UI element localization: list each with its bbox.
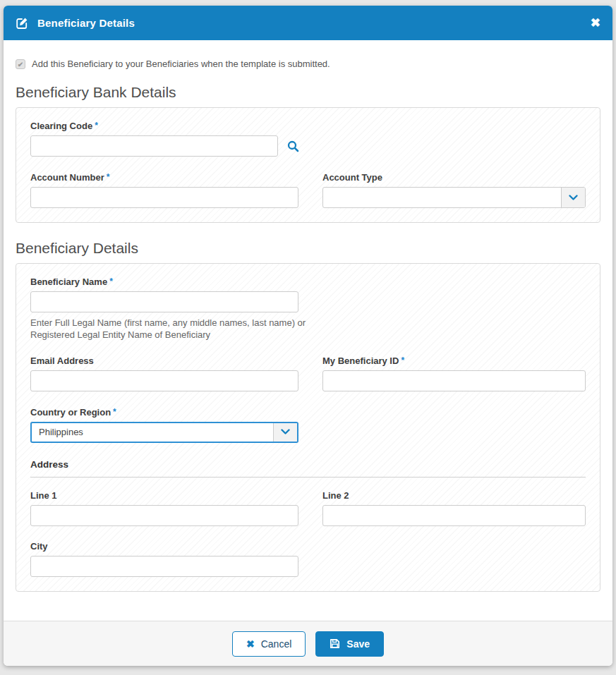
- beneficiary-name-field: Beneficiary Name* Enter Full Legal Name …: [30, 276, 586, 341]
- save-floppy-disk-icon: [330, 638, 340, 649]
- my-beneficiary-id-input[interactable]: [322, 370, 586, 391]
- beneficiary-details-modal: Beneficiary Details ✖ ✔ Add this Benefic…: [4, 6, 612, 666]
- add-beneficiary-checkbox-row: ✔ Add this Beneficiary to your Beneficia…: [16, 59, 600, 69]
- city-field: City: [30, 541, 298, 577]
- cancel-button[interactable]: ✖ Cancel: [232, 631, 306, 657]
- required-asterisk: *: [109, 276, 113, 286]
- required-asterisk: *: [113, 407, 116, 417]
- my-beneficiary-id-field: My Beneficiary ID*: [322, 355, 586, 391]
- close-icon[interactable]: ✖: [591, 17, 600, 29]
- add-beneficiary-checkbox[interactable]: ✔: [16, 59, 25, 69]
- account-type-select[interactable]: [322, 187, 586, 208]
- country-or-region-label: Country or Region*: [30, 407, 298, 418]
- email-address-field: Email Address: [30, 355, 298, 391]
- email-address-label: Email Address: [30, 355, 298, 366]
- cancel-button-label: Cancel: [261, 638, 292, 650]
- beneficiary-name-input[interactable]: [30, 291, 298, 312]
- city-label: City: [30, 541, 298, 552]
- address-line1-field: Line 1: [30, 490, 298, 526]
- chevron-down-icon[interactable]: [273, 423, 297, 442]
- clearing-code-input[interactable]: [30, 135, 278, 157]
- country-or-region-field: Country or Region* Philippines: [30, 407, 298, 443]
- email-address-input[interactable]: [30, 370, 298, 391]
- search-icon[interactable]: [287, 140, 299, 152]
- chevron-down-icon[interactable]: [561, 188, 585, 207]
- account-type-selected-value: [323, 188, 561, 207]
- country-selected-value: Philippines: [32, 423, 273, 442]
- cancel-x-icon: ✖: [246, 638, 255, 650]
- city-input[interactable]: [30, 556, 298, 577]
- beneficiary-details-panel: Beneficiary Name* Enter Full Legal Name …: [16, 263, 600, 592]
- bank-details-panel: Clearing Code* Account Number*: [16, 107, 600, 223]
- address-subsection-label: Address: [30, 459, 586, 470]
- country-or-region-select[interactable]: Philippines: [30, 422, 298, 443]
- address-line2-field: Line 2: [322, 490, 586, 526]
- required-asterisk: *: [95, 121, 98, 130]
- address-line2-label: Line 2: [322, 490, 586, 501]
- account-number-input[interactable]: [30, 187, 298, 208]
- bank-details-heading: Beneficiary Bank Details: [16, 84, 600, 101]
- address-divider: [30, 477, 586, 478]
- beneficiary-name-label: Beneficiary Name*: [30, 276, 586, 287]
- account-number-field: Account Number*: [30, 172, 298, 208]
- modal-title: Beneficiary Details: [37, 17, 135, 29]
- save-button[interactable]: Save: [315, 631, 384, 657]
- address-line1-input[interactable]: [30, 505, 298, 526]
- modal-header: Beneficiary Details ✖: [4, 6, 612, 40]
- my-beneficiary-id-label: My Beneficiary ID*: [322, 355, 586, 366]
- required-asterisk: *: [401, 355, 404, 365]
- address-line2-input[interactable]: [322, 505, 586, 526]
- clearing-code-field: Clearing Code*: [30, 121, 586, 157]
- address-line1-label: Line 1: [30, 490, 298, 501]
- modal-footer: ✖ Cancel Save: [4, 621, 612, 666]
- account-type-label: Account Type: [322, 172, 586, 183]
- account-type-field: Account Type: [322, 172, 586, 208]
- beneficiary-details-heading: Beneficiary Details: [16, 240, 600, 257]
- clearing-code-label: Clearing Code*: [30, 121, 586, 131]
- modal-content: ✔ Add this Beneficiary to your Beneficia…: [4, 40, 612, 621]
- add-beneficiary-checkbox-label: Add this Beneficiary to your Beneficiari…: [32, 59, 330, 69]
- beneficiary-name-helper-text: Enter Full Legal Name (first name, any m…: [30, 317, 307, 341]
- save-button-label: Save: [346, 638, 370, 650]
- required-asterisk: *: [107, 172, 110, 182]
- account-number-label: Account Number*: [30, 172, 298, 183]
- edit-pencil-square-icon: [16, 17, 28, 30]
